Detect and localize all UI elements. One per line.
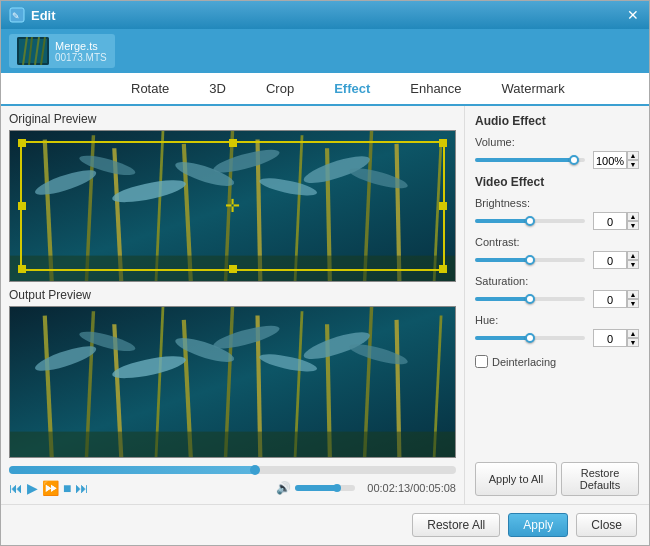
- transport-bar: ⏮ ▶ ⏩ ■ ⏭ 🔊 00:02:13/00:05:08: [9, 478, 456, 498]
- audio-effect-title: Audio Effect: [475, 114, 639, 128]
- timeline-fill: [9, 466, 255, 474]
- hue-control: Hue: 0 ▲ ▼: [475, 314, 639, 347]
- saturation-spinner: ▲ ▼: [627, 290, 639, 308]
- file-name-merge: Merge.ts: [55, 40, 107, 52]
- crop-handle-tr[interactable]: [439, 139, 447, 147]
- app-icon: ✎: [9, 7, 25, 23]
- contrast-label-row: Contrast:: [475, 236, 639, 248]
- fast-forward-button[interactable]: ⏩: [42, 480, 59, 496]
- volume-value: 100%: [593, 151, 627, 169]
- volume-thumb: [333, 484, 341, 492]
- edit-window: ✎ Edit ✕ Merge.ts 00173.MTS: [0, 0, 650, 546]
- stop-button[interactable]: ■: [63, 480, 71, 496]
- hue-slider-container[interactable]: [475, 331, 585, 345]
- volume-slider-row: 100% ▲ ▼: [475, 151, 639, 169]
- crop-handle-rm[interactable]: [439, 202, 447, 210]
- crop-handle-bl[interactable]: [18, 265, 26, 273]
- skip-forward-button[interactable]: ⏭: [75, 480, 89, 496]
- contrast-value-box: 0 ▲ ▼: [593, 251, 639, 269]
- tab-3d[interactable]: 3D: [189, 73, 246, 106]
- hue-up-btn[interactable]: ▲: [627, 329, 639, 338]
- brightness-thumb[interactable]: [525, 216, 535, 226]
- volume-value-box: 100% ▲ ▼: [593, 151, 639, 169]
- contrast-thumb[interactable]: [525, 255, 535, 265]
- crop-handle-tm[interactable]: [229, 139, 237, 147]
- deinterlacing-checkbox[interactable]: [475, 355, 488, 368]
- hue-spinner: ▲ ▼: [627, 329, 639, 347]
- contrast-value: 0: [593, 251, 627, 269]
- contrast-track: [475, 258, 585, 262]
- preview-panel: Original Preview: [1, 106, 464, 504]
- volume-fill-track: [475, 158, 574, 162]
- saturation-down-btn[interactable]: ▼: [627, 299, 639, 308]
- tab-enhance[interactable]: Enhance: [390, 73, 481, 106]
- volume-fill: [295, 485, 337, 491]
- saturation-up-btn[interactable]: ▲: [627, 290, 639, 299]
- title-bar: ✎ Edit ✕: [1, 1, 649, 29]
- saturation-thumb[interactable]: [525, 294, 535, 304]
- tab-rotate[interactable]: Rotate: [111, 73, 189, 106]
- brightness-slider-container[interactable]: [475, 214, 585, 228]
- output-scene: [10, 307, 455, 457]
- contrast-up-btn[interactable]: ▲: [627, 251, 639, 260]
- timeline-bar[interactable]: [9, 466, 456, 474]
- hue-thumb[interactable]: [525, 333, 535, 343]
- crop-handle-tl[interactable]: [18, 139, 26, 147]
- volume-up-btn[interactable]: ▲: [627, 151, 639, 160]
- volume-track: [475, 158, 585, 162]
- brightness-label-row: Brightness:: [475, 197, 639, 209]
- restore-all-button[interactable]: Restore All: [412, 513, 500, 537]
- volume-row: Volume:: [475, 136, 639, 148]
- play-button[interactable]: ▶: [27, 480, 38, 496]
- tab-effect[interactable]: Effect: [314, 73, 390, 106]
- file-name-mts: 00173.MTS: [55, 52, 107, 63]
- contrast-slider-container[interactable]: [475, 253, 585, 267]
- crop-handle-lm[interactable]: [18, 202, 26, 210]
- saturation-label-row: Saturation:: [475, 275, 639, 287]
- brightness-control: Brightness: 0 ▲ ▼: [475, 197, 639, 230]
- file-item[interactable]: Merge.ts 00173.MTS: [9, 34, 115, 68]
- hue-down-btn[interactable]: ▼: [627, 338, 639, 347]
- hue-track: [475, 336, 585, 340]
- hue-label-row: Hue:: [475, 314, 639, 326]
- main-content: Original Preview: [1, 106, 649, 504]
- volume-slider[interactable]: [295, 485, 355, 491]
- file-bar: Merge.ts 00173.MTS: [1, 29, 649, 73]
- contrast-down-btn[interactable]: ▼: [627, 260, 639, 269]
- crop-handle-bm[interactable]: [229, 265, 237, 273]
- brightness-track: [475, 219, 585, 223]
- action-row-1: Apply to All Restore Defaults: [475, 462, 639, 496]
- window-title: Edit: [31, 8, 625, 23]
- saturation-track: [475, 297, 585, 301]
- time-display: 00:02:13/00:05:08: [367, 482, 456, 494]
- skip-back-button[interactable]: ⏮: [9, 480, 23, 496]
- saturation-fill: [475, 297, 530, 301]
- tab-crop[interactable]: Crop: [246, 73, 314, 106]
- brightness-up-btn[interactable]: ▲: [627, 212, 639, 221]
- contrast-slider-row: 0 ▲ ▼: [475, 251, 639, 269]
- timeline-thumb[interactable]: [250, 465, 260, 475]
- brightness-spinner: ▲ ▼: [627, 212, 639, 230]
- contrast-spinner: ▲ ▼: [627, 251, 639, 269]
- restore-defaults-button[interactable]: Restore Defaults: [561, 462, 639, 496]
- tab-watermark[interactable]: Watermark: [482, 73, 585, 106]
- hue-value-box: 0 ▲ ▼: [593, 329, 639, 347]
- crop-handle-br[interactable]: [439, 265, 447, 273]
- saturation-slider-container[interactable]: [475, 292, 585, 306]
- hue-label: Hue:: [475, 314, 547, 326]
- contrast-fill: [475, 258, 530, 262]
- volume-slider-container[interactable]: [475, 153, 585, 167]
- brightness-down-btn[interactable]: ▼: [627, 221, 639, 230]
- volume-thumb-track[interactable]: [569, 155, 579, 165]
- hue-value: 0: [593, 329, 627, 347]
- output-preview-box: [9, 306, 456, 458]
- apply-button[interactable]: Apply: [508, 513, 568, 537]
- apply-to-all-button[interactable]: Apply to All: [475, 462, 557, 496]
- deinterlacing-label[interactable]: Deinterlacing: [492, 356, 556, 368]
- close-button[interactable]: ✕: [625, 7, 641, 23]
- close-dialog-button[interactable]: Close: [576, 513, 637, 537]
- volume-down-btn[interactable]: ▼: [627, 160, 639, 169]
- brightness-slider-row: 0 ▲ ▼: [475, 212, 639, 230]
- volume-label: Volume:: [475, 136, 547, 148]
- video-effect-title: Video Effect: [475, 175, 639, 189]
